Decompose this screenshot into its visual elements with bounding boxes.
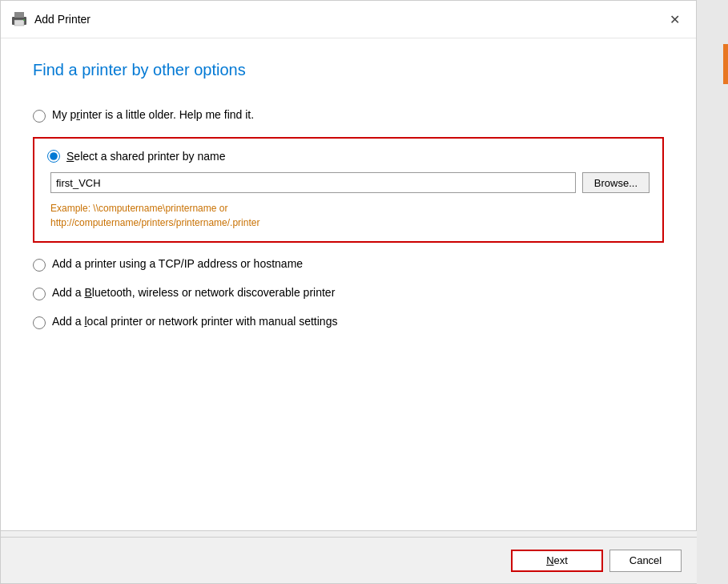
example-text: Example: \\computername\printername or h… [50, 201, 650, 230]
label-older: My printer is a little older. Help me fi… [52, 108, 254, 121]
option-local[interactable]: Add a local printer or network printer w… [33, 315, 664, 329]
radio-row-shared: Select a shared printer by name [47, 150, 650, 163]
dialog-title: Add Printer [34, 13, 90, 26]
printer-name-row: Browse... [50, 172, 650, 193]
selected-option-box: Select a shared printer by name Browse..… [33, 137, 664, 243]
radio-tcpip[interactable] [33, 259, 46, 272]
radio-local[interactable] [33, 316, 46, 329]
title-bar: Add Printer ✕ [1, 1, 696, 38]
label-local: Add a local printer or network printer w… [52, 315, 337, 328]
option-bluetooth[interactable]: Add a Bluetooth, wireless or network dis… [33, 286, 664, 300]
cancel-button[interactable]: Cancel [609, 550, 682, 572]
dialog-content: Find a printer by other options My print… [1, 38, 696, 360]
svg-rect-1 [14, 12, 24, 18]
printer-name-input[interactable] [50, 172, 576, 193]
page-title: Find a printer by other options [33, 61, 664, 79]
add-printer-dialog: Add Printer ✕ Find a printer by other op… [0, 0, 697, 584]
svg-point-3 [23, 19, 25, 21]
label-shared: Select a shared printer by name [66, 150, 225, 163]
next-label: Next [546, 554, 568, 566]
option-older[interactable]: My printer is a little older. Help me fi… [33, 108, 664, 123]
close-button[interactable]: ✕ [662, 7, 686, 31]
radio-bluetooth[interactable] [33, 288, 46, 300]
printer-icon [10, 12, 28, 26]
label-bluetooth: Add a Bluetooth, wireless or network dis… [52, 286, 335, 299]
next-button[interactable]: Next [511, 550, 603, 572]
radio-shared[interactable] [47, 150, 60, 163]
orange-bar [723, 44, 728, 84]
label-tcpip: Add a printer using a TCP/IP address or … [52, 257, 303, 270]
svg-rect-2 [14, 20, 24, 26]
scroll-area [1, 530, 698, 537]
title-bar-left: Add Printer [10, 12, 90, 26]
option-tcpip[interactable]: Add a printer using a TCP/IP address or … [33, 257, 664, 272]
browse-button[interactable]: Browse... [582, 172, 650, 193]
radio-older[interactable] [33, 110, 46, 123]
dialog-footer: Next Cancel [1, 537, 698, 583]
taskbar-strip [697, 0, 728, 584]
